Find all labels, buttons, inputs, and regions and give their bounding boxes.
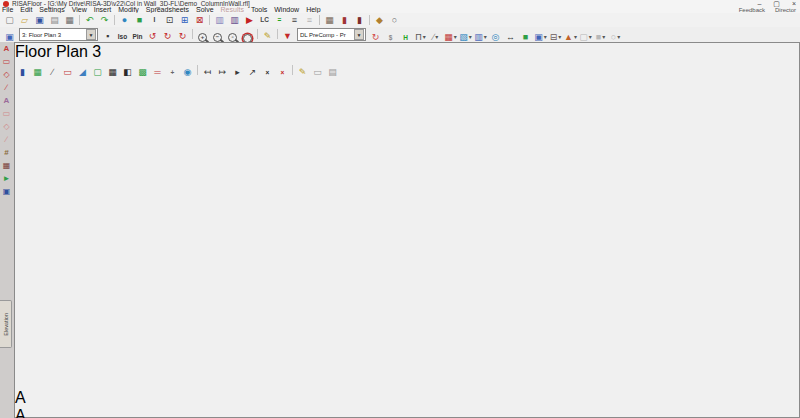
menu-view[interactable]: View: [72, 6, 87, 13]
chevron-down-icon[interactable]: ▼: [354, 29, 364, 40]
area-display-button[interactable]: ■: [519, 31, 533, 43]
rotate-reset-button[interactable]: ↻: [176, 30, 190, 42]
menu-spreadsheets[interactable]: Spreadsheets: [146, 6, 189, 13]
chevron-down-icon[interactable]: ▼: [86, 29, 96, 40]
draw-slab-edge-button[interactable]: ▭: [61, 66, 75, 78]
undo-button[interactable]: ↶: [83, 14, 97, 26]
chevron-down-icon[interactable]: ▾: [544, 33, 547, 40]
print-button[interactable]: ▦: [63, 14, 77, 26]
edit-properties-button[interactable]: ✎: [296, 66, 310, 78]
grid-half-button[interactable]: ◧: [121, 66, 135, 78]
clip-section-button[interactable]: ▼: [281, 30, 295, 42]
menu-tools[interactable]: Tools: [251, 6, 267, 13]
deck-display-button[interactable]: ▦▾: [444, 31, 458, 43]
pin-view-button[interactable]: Pin: [131, 31, 145, 43]
manual-book-button[interactable]: ▮: [353, 14, 367, 26]
rotate-left-button[interactable]: ↺: [146, 30, 160, 42]
apply-load-display-button[interactable]: ↻: [369, 31, 383, 43]
render-mode-button[interactable]: ▲▾: [564, 31, 578, 43]
elevation-tab[interactable]: Elevation: [0, 300, 12, 348]
delete-button[interactable]: ×: [261, 67, 275, 79]
flag-green-button[interactable]: ►: [0, 172, 13, 185]
rect-light-button[interactable]: ▭: [0, 107, 13, 120]
chevron-down-icon[interactable]: ▾: [558, 33, 561, 40]
member-style-button[interactable]: ∕▾: [429, 31, 443, 43]
window-tile-button[interactable]: ▣▾: [534, 31, 548, 43]
menu-results[interactable]: Results: [221, 6, 244, 13]
draw-beam-button[interactable]: ▮: [16, 66, 30, 78]
menu-settings[interactable]: Settings: [39, 6, 64, 13]
menu-edit[interactable]: Edit: [20, 6, 32, 13]
label-a-light-button[interactable]: A: [0, 94, 13, 107]
filled-box-disabled-button[interactable]: ■▾: [594, 31, 608, 43]
color-plot-button[interactable]: ▧▾: [459, 31, 473, 43]
label-a-red-button[interactable]: A: [0, 42, 13, 55]
model-canvas[interactable]: AABBCCDDEEFFGGHH554433ILoads: DL PreComp…: [15, 79, 799, 418]
menu-window[interactable]: Window: [274, 6, 299, 13]
stamp-button[interactable]: ◆: [373, 14, 387, 26]
poly-light-button[interactable]: ◇: [0, 120, 13, 133]
dashed-box-disabled-button[interactable]: ▢▾: [579, 31, 593, 43]
import-button[interactable]: ▤: [48, 14, 62, 26]
move-button[interactable]: ↗: [246, 66, 260, 78]
menu-file[interactable]: File: [2, 6, 13, 13]
blank-sheet-button[interactable]: ▭: [311, 66, 325, 78]
redraw-button[interactable]: ✎: [261, 30, 275, 42]
node-display-button[interactable]: ⊟▾: [549, 31, 563, 43]
extend-right-button[interactable]: ↦: [216, 66, 230, 78]
menu-solve[interactable]: Solve: [196, 6, 214, 13]
calculator-button[interactable]: ▦: [323, 14, 337, 26]
delete-red-button[interactable]: ×: [276, 67, 290, 79]
load-case-select[interactable]: DL PreComp - Pr ▼: [297, 28, 366, 41]
grid-dark-button[interactable]: ▦: [0, 159, 13, 172]
search-button[interactable]: ○: [388, 14, 402, 26]
open-folder-button[interactable]: ▱: [18, 14, 32, 26]
new-file-button[interactable]: ▢: [3, 14, 17, 26]
floor-plan-select[interactable]: 3: Floor Plan 3 ▼: [19, 28, 98, 41]
menu-modify[interactable]: Modify: [118, 6, 139, 13]
menu-help[interactable]: Help: [306, 6, 320, 13]
draw-wall-button[interactable]: ◢: [76, 66, 90, 78]
compass-button[interactable]: ◎: [489, 31, 503, 43]
area-load-cell-button[interactable]: ▩: [136, 66, 150, 78]
draw-region-button[interactable]: ▢: [91, 66, 105, 78]
chevron-down-icon[interactable]: ▾: [589, 33, 592, 40]
rect-red-button[interactable]: ▭: [0, 55, 13, 68]
chevron-down-icon[interactable]: ▾: [423, 33, 426, 40]
disk-blue-button[interactable]: ▣: [0, 185, 13, 198]
chevron-down-icon[interactable]: ▾: [454, 33, 457, 40]
draw-deck-button[interactable]: ▦: [31, 66, 45, 78]
menubar: FileEditSettingsViewInsertModifySpreadsh…: [2, 6, 321, 13]
poly-red-button[interactable]: ◇: [0, 68, 13, 81]
codes-book-button[interactable]: ▮: [338, 14, 352, 26]
menu-insert[interactable]: Insert: [94, 6, 112, 13]
window-mode-button[interactable]: ▣: [3, 31, 17, 43]
trim-button[interactable]: ▸: [231, 66, 245, 78]
chevron-down-icon[interactable]: ▾: [574, 33, 577, 40]
iso-view-button[interactable]: Iso: [116, 31, 130, 43]
rotate-right-button[interactable]: ↻: [161, 30, 175, 42]
chevron-down-icon[interactable]: ▾: [469, 33, 472, 40]
chevron-down-icon[interactable]: ▾: [617, 33, 620, 40]
grid-display-button[interactable]: ▥▾: [474, 31, 488, 43]
chevron-down-icon[interactable]: ▾: [484, 33, 487, 40]
snap-settings-button[interactable]: ◉: [181, 66, 195, 78]
line-red-button[interactable]: ∕: [0, 81, 13, 94]
extend-left-button[interactable]: ↤: [201, 66, 215, 78]
draw-member-button[interactable]: ∕: [46, 66, 60, 78]
line-light-button[interactable]: ∕: [0, 133, 13, 146]
lined-sheet-button[interactable]: ▤: [326, 66, 340, 78]
hash-button[interactable]: #: [0, 146, 13, 159]
snapshot-camera-button[interactable]: ▪: [101, 30, 115, 42]
deck-edge-line-button[interactable]: ═: [151, 66, 165, 78]
member-labels-button[interactable]: Π▾: [414, 31, 428, 43]
grid-window-button[interactable]: ▦: [106, 66, 120, 78]
chevron-down-icon[interactable]: ▾: [602, 33, 605, 40]
save-button[interactable]: ▣: [33, 14, 47, 26]
floor-plan-window-titlebar[interactable]: Floor Plan 3: [15, 43, 799, 61]
add-node-button[interactable]: +: [166, 67, 180, 79]
results-toggle-disabled-button[interactable]: ≡: [303, 14, 317, 26]
rotate-disabled-button[interactable]: ○▾: [609, 31, 623, 43]
measure-button[interactable]: ↔: [504, 31, 518, 43]
chevron-down-icon[interactable]: ▾: [435, 33, 438, 40]
